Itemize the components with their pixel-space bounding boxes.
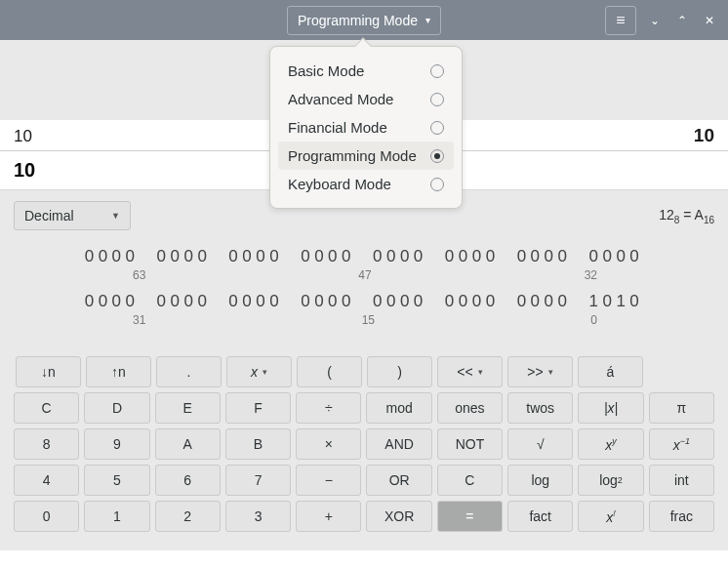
bit-index-label: 32 — [585, 268, 597, 282]
key-equals[interactable]: = — [437, 501, 503, 532]
bit-group[interactable]: 0000 — [517, 247, 572, 266]
base-select[interactable]: Decimal ▼ — [14, 201, 131, 230]
hex-base: 16 — [704, 214, 714, 224]
mode-item-label: Keyboard Mode — [288, 176, 391, 192]
key-2[interactable]: 2 — [155, 501, 221, 532]
bit-group[interactable]: 0000 — [301, 247, 355, 266]
chevron-down-icon: ⌄ — [650, 14, 660, 27]
hamburger-icon: ≡ — [616, 12, 625, 29]
mode-item-keyboard[interactable]: Keyboard Mode — [278, 170, 454, 198]
mode-item-label: Financial Mode — [288, 119, 387, 136]
key-clear[interactable]: C — [437, 465, 503, 496]
key-frac[interactable]: frac — [649, 501, 714, 532]
key-add[interactable]: + — [296, 501, 361, 532]
key-d-hex[interactable]: D — [84, 392, 149, 424]
bit-group[interactable]: 0000 — [517, 292, 572, 311]
key-char-input[interactable]: á — [578, 356, 643, 387]
key-and[interactable]: AND — [366, 428, 431, 460]
bit-labels-high: 63 47 32 — [14, 268, 714, 282]
bit-group[interactable]: 0000 — [228, 247, 283, 266]
window-down-button[interactable]: ⌄ — [646, 12, 664, 29]
key-dot[interactable]: . — [156, 356, 222, 387]
key-shift-right[interactable]: >>▾ — [507, 356, 573, 387]
menu-button[interactable]: ≡ — [605, 6, 636, 35]
key-a-hex[interactable]: A — [155, 428, 221, 460]
bit-group[interactable]: 0000 — [373, 292, 427, 311]
bit-group[interactable]: 0000 — [588, 247, 643, 266]
mode-item-financial[interactable]: Financial Mode — [278, 113, 454, 142]
bit-group[interactable]: 0000 — [85, 292, 140, 311]
key-not[interactable]: NOT — [437, 428, 503, 460]
key-7[interactable]: 7 — [225, 465, 291, 496]
key-lparen[interactable]: ( — [297, 356, 362, 387]
base-select-label: Decimal — [24, 208, 74, 223]
key-3[interactable]: 3 — [225, 501, 291, 532]
key-xor[interactable]: XOR — [366, 501, 431, 532]
key-5[interactable]: 5 — [84, 465, 149, 496]
key-0[interactable]: 0 — [14, 501, 79, 532]
key-int[interactable]: int — [649, 465, 714, 496]
key-multiply[interactable]: × — [296, 428, 361, 460]
radio-icon — [430, 93, 444, 106]
bit-group[interactable]: 0000 — [228, 292, 283, 311]
key-1[interactable]: 1 — [84, 501, 149, 532]
key-8[interactable]: 8 — [14, 428, 79, 460]
mode-selector-label: Programming Mode — [298, 13, 418, 28]
window-close-button[interactable]: ✕ — [701, 12, 718, 29]
chevron-down-icon: ▾ — [263, 367, 267, 377]
mode-item-label: Advanced Mode — [288, 91, 393, 107]
bit-index-label: 63 — [133, 268, 145, 282]
work-area: Decimal ▼ 128 = A16 0000 0000 0000 0000 … — [0, 190, 728, 356]
bit-row-low[interactable]: 0000 0000 0000 0000 0000 0000 0000 1010 — [14, 292, 714, 311]
window-up-button[interactable]: ⌃ — [673, 12, 691, 29]
key-e-hex[interactable]: E — [155, 392, 221, 424]
key-shift-down[interactable]: ↓n — [16, 356, 81, 387]
bit-group[interactable]: 0000 — [301, 292, 355, 311]
key-divide[interactable]: ÷ — [296, 392, 361, 424]
mode-item-basic[interactable]: Basic Mode — [278, 57, 454, 85]
key-row-1: ↓n ↑n . x▾ ( ) <<▾ >>▾ á — [14, 356, 714, 387]
key-b-hex[interactable]: B — [225, 428, 291, 460]
key-subtract[interactable]: − — [296, 465, 361, 496]
bit-group[interactable]: 0000 — [85, 247, 140, 266]
key-sqrt[interactable]: √ — [507, 428, 573, 460]
key-x-var[interactable]: x▾ — [226, 356, 292, 387]
key-inverse[interactable]: x−1 — [649, 428, 714, 460]
chevron-down-icon: ▾ — [425, 15, 430, 25]
key-4[interactable]: 4 — [14, 465, 79, 496]
dropdown-triangle-icon: ▼ — [111, 211, 120, 221]
bit-group[interactable]: 0000 — [373, 247, 427, 266]
key-fact[interactable]: fact — [507, 501, 573, 532]
mode-selector-dropdown[interactable]: Programming Mode ▾ — [287, 6, 441, 35]
key-factorial[interactable]: x! — [578, 501, 643, 532]
key-6[interactable]: 6 — [155, 465, 221, 496]
mode-item-programming[interactable]: Programming Mode — [278, 142, 454, 170]
bit-group[interactable]: 0000 — [157, 292, 212, 311]
keypad: ↓n ↑n . x▾ ( ) <<▾ >>▾ á C D E F ÷ mod o… — [0, 356, 728, 550]
key-mod[interactable]: mod — [366, 392, 431, 424]
bit-group[interactable]: 1010 — [588, 292, 643, 311]
key-log[interactable]: log — [507, 465, 573, 496]
key-9[interactable]: 9 — [84, 428, 149, 460]
oct-value: 12 — [659, 207, 674, 223]
key-abs[interactable]: |x| — [578, 392, 643, 424]
key-shift-up[interactable]: ↑n — [86, 356, 151, 387]
key-shift-left[interactable]: <<▾ — [437, 356, 503, 387]
key-log2[interactable]: log2 — [578, 465, 643, 496]
key-twos-complement[interactable]: twos — [507, 392, 573, 424]
bit-group[interactable]: 0000 — [445, 292, 500, 311]
key-c-hex[interactable]: C — [14, 392, 79, 424]
key-row-4: 4 5 6 7 − OR C log log2 int — [14, 465, 714, 496]
key-pi[interactable]: π — [649, 392, 714, 424]
key-rparen[interactable]: ) — [367, 356, 432, 387]
mode-item-advanced[interactable]: Advanced Mode — [278, 85, 454, 113]
key-f-hex[interactable]: F — [225, 392, 291, 424]
bit-row-high[interactable]: 0000 0000 0000 0000 0000 0000 0000 0000 — [14, 247, 714, 266]
chevron-down-icon: ▾ — [478, 367, 483, 377]
bit-group[interactable]: 0000 — [157, 247, 212, 266]
bit-group[interactable]: 0000 — [445, 247, 500, 266]
titlebar-controls: ≡ ⌄ ⌃ ✕ — [605, 6, 718, 35]
key-power[interactable]: xy — [578, 428, 643, 460]
key-or[interactable]: OR — [366, 465, 431, 496]
key-ones-complement[interactable]: ones — [437, 392, 503, 424]
